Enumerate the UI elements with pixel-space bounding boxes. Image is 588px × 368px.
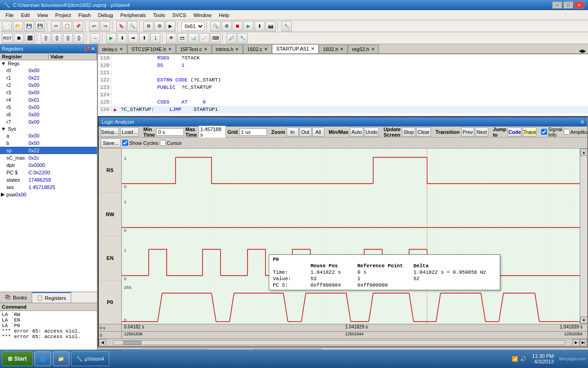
reg-sec[interactable]: sec1.45718825 bbox=[0, 184, 97, 191]
next-button[interactable]: Next bbox=[475, 127, 488, 137]
15ftext-tab-close[interactable]: ✕ bbox=[204, 47, 208, 52]
cut-button[interactable]: ✂ bbox=[51, 21, 61, 31]
cursor-check[interactable] bbox=[160, 140, 166, 146]
reset-button[interactable]: RST bbox=[2, 33, 13, 43]
ie-taskbar-button[interactable]: 🌐 bbox=[34, 351, 51, 366]
zoom-in-button[interactable]: In bbox=[287, 127, 299, 137]
reg-pc[interactable]: PC $C:0x2200 bbox=[0, 169, 97, 176]
scroll-up-button[interactable]: ▲ bbox=[580, 149, 587, 156]
hscroll-right-button[interactable]: ▶ bbox=[572, 339, 580, 346]
tab-1602c[interactable]: 1602.c ✕ bbox=[243, 45, 272, 53]
tab-stc15f104e[interactable]: STC15F104E.h ✕ bbox=[127, 45, 176, 53]
load-button[interactable]: Load... bbox=[120, 127, 139, 137]
cursor-checkbox[interactable]: Cursor bbox=[160, 140, 182, 146]
stop-button[interactable]: ⏹ bbox=[232, 21, 243, 31]
psw-group-header[interactable]: ▶psw0x00 bbox=[0, 191, 97, 198]
show-cycles-checkbox[interactable]: Show Cycles bbox=[122, 140, 158, 146]
books-tab[interactable]: 📚 Books bbox=[0, 292, 32, 303]
paste-button[interactable]: 📌 bbox=[73, 21, 83, 31]
stc-tab-close[interactable]: ✕ bbox=[168, 47, 172, 52]
menu-item-window[interactable]: Window bbox=[190, 12, 215, 19]
address-combo[interactable]: 0x61 bbox=[181, 22, 204, 31]
undo-button[interactable]: ↩ bbox=[89, 21, 99, 31]
reg-r4[interactable]: r40x01 bbox=[0, 96, 97, 104]
reg-r7[interactable]: r70x00 bbox=[0, 118, 97, 126]
menu-item-file[interactable]: File bbox=[2, 12, 17, 19]
watch-btn[interactable]: 👁 bbox=[166, 33, 176, 43]
maximize-button[interactable]: □ bbox=[563, 1, 573, 9]
la-close-icon[interactable]: ✕ bbox=[580, 119, 584, 125]
registers-tab[interactable]: 📋 Registers bbox=[32, 292, 71, 303]
tab-reg52[interactable]: reg52.h ✕ bbox=[348, 45, 379, 53]
menu-item-help[interactable]: Help bbox=[215, 12, 233, 19]
intrins-tab-close[interactable]: ✕ bbox=[235, 47, 239, 52]
run-button[interactable]: ▶ bbox=[243, 21, 254, 31]
tab-intrins[interactable]: intrins.h ✕ bbox=[212, 45, 243, 53]
open-file-button[interactable]: 📂 bbox=[13, 21, 23, 31]
hscroll-thumb[interactable] bbox=[123, 341, 141, 345]
reg-r1[interactable]: r10x22 bbox=[0, 74, 97, 81]
reg-a[interactable]: a0x00 bbox=[0, 132, 97, 139]
1602c-tab-close[interactable]: ✕ bbox=[264, 47, 268, 52]
close-button[interactable]: ✕ bbox=[574, 1, 584, 9]
inspect-button[interactable]: 🔍 bbox=[210, 21, 220, 31]
hscroll-left-button[interactable]: ◀ bbox=[99, 339, 106, 346]
signal-info-check[interactable] bbox=[541, 129, 547, 135]
reg52-tab-close[interactable]: ✕ bbox=[371, 47, 375, 52]
menu-item-view[interactable]: View bbox=[34, 12, 52, 19]
mem-btn[interactable]: 🗃 bbox=[177, 33, 187, 43]
regs-group-header[interactable]: ▼Regs bbox=[0, 60, 97, 67]
clear-la-button[interactable]: Clear bbox=[416, 127, 431, 137]
menu-item-tools[interactable]: Tools bbox=[150, 12, 169, 19]
menu-item-peripherals[interactable]: Peripherals bbox=[117, 12, 150, 19]
tab-scroll-right[interactable]: ▶ bbox=[582, 48, 586, 53]
step-out-btn[interactable]: ⬆ bbox=[139, 33, 149, 43]
redo-button[interactable]: ↪ bbox=[100, 21, 110, 31]
menu-item-debug[interactable]: Debug bbox=[95, 12, 117, 19]
bookmark-button[interactable]: 🔖 bbox=[116, 21, 126, 31]
reg-sc-max[interactable]: sC_max0x2c bbox=[0, 154, 97, 161]
copy-button[interactable]: 📋 bbox=[62, 21, 72, 31]
sys-group-header[interactable]: ▼Sys bbox=[0, 126, 97, 132]
new-file-button[interactable]: 📄 bbox=[2, 21, 12, 31]
find-button[interactable]: 🔍 bbox=[127, 21, 137, 31]
camera-button[interactable]: 📷 bbox=[266, 21, 276, 31]
amplitude-checkbox[interactable]: Amplitude bbox=[564, 129, 588, 135]
run-to-btn[interactable]: ⤵ bbox=[150, 33, 160, 43]
zoom-out-button[interactable]: Out bbox=[300, 127, 311, 137]
save-all-button[interactable]: 💾 bbox=[35, 21, 45, 31]
step-over-btn[interactable]: ➡ bbox=[128, 33, 138, 43]
show-cycles-check[interactable] bbox=[122, 140, 128, 146]
reg-r5[interactable]: r50x00 bbox=[0, 104, 97, 111]
trace-btn[interactable]: 🔎 bbox=[226, 33, 237, 43]
perf-btn[interactable]: 📊 bbox=[188, 33, 198, 43]
trace-jump-button[interactable]: Trace bbox=[523, 127, 537, 137]
scroll-thumb-area[interactable] bbox=[580, 156, 587, 316]
startup-tab-close[interactable]: ✕ bbox=[311, 46, 315, 51]
start-button[interactable]: ⊞ Start bbox=[2, 351, 33, 366]
hscroll-track[interactable] bbox=[113, 340, 565, 345]
undo-la-button[interactable]: Undo bbox=[364, 127, 379, 137]
brace-btn4[interactable]: {} bbox=[74, 33, 84, 43]
brace-btn3[interactable]: {} bbox=[63, 33, 73, 43]
tab-15ftext[interactable]: 15FText.c ✕ bbox=[176, 45, 212, 53]
reg-r2[interactable]: r20x00 bbox=[0, 81, 97, 89]
tab-startup[interactable]: STARTUP.A51 ✕ bbox=[272, 44, 319, 53]
reg-r0[interactable]: r00x00 bbox=[0, 67, 97, 74]
reg-r3[interactable]: r30x00 bbox=[0, 89, 97, 96]
reg-r6[interactable]: r60x00 bbox=[0, 111, 97, 118]
tab-delay-c[interactable]: delay.c ✕ bbox=[98, 45, 127, 53]
hscroll-end-button[interactable]: ▶| bbox=[580, 339, 587, 346]
dbg-btn2[interactable]: ⬛ bbox=[25, 33, 35, 43]
uvision-taskbar-button[interactable]: 🔧 µVision4 bbox=[71, 351, 109, 366]
build-button[interactable]: ⚙ bbox=[143, 21, 153, 31]
save-button[interactable]: 💾 bbox=[24, 21, 34, 31]
step-button[interactable]: ⬇ bbox=[254, 21, 265, 31]
code-jump-button[interactable]: Code bbox=[508, 127, 521, 137]
menu-item-edit[interactable]: Edit bbox=[17, 12, 34, 19]
zoom-all-button[interactable]: All bbox=[312, 127, 324, 137]
reg-states[interactable]: states17486259 bbox=[0, 176, 97, 184]
1602h-tab-close[interactable]: ✕ bbox=[340, 47, 344, 52]
extra-btn[interactable]: 🔧 bbox=[237, 33, 248, 43]
setup-button[interactable]: Setup... bbox=[101, 127, 119, 137]
